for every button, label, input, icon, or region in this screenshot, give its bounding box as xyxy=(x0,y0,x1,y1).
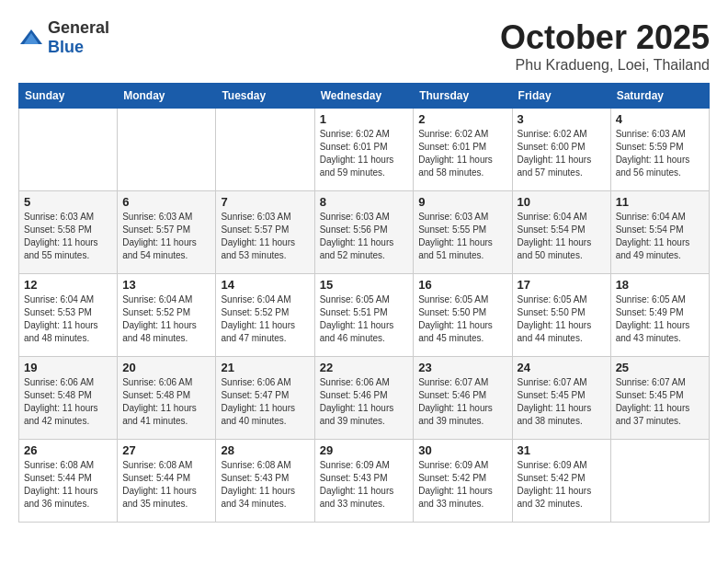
calendar-cell: 25Sunrise: 6:07 AM Sunset: 5:45 PM Dayli… xyxy=(610,357,709,440)
day-info: Sunrise: 6:08 AM Sunset: 5:43 PM Dayligh… xyxy=(221,459,309,511)
calendar-cell: 8Sunrise: 6:03 AM Sunset: 5:56 PM Daylig… xyxy=(314,191,414,274)
day-number: 9 xyxy=(418,195,506,209)
month-title: October 2025 xyxy=(500,18,710,57)
weekday-header-monday: Monday xyxy=(118,84,216,109)
day-number: 15 xyxy=(320,278,409,292)
calendar-cell xyxy=(118,109,216,191)
day-info: Sunrise: 6:08 AM Sunset: 5:44 PM Dayligh… xyxy=(24,459,112,511)
day-info: Sunrise: 6:03 AM Sunset: 5:59 PM Dayligh… xyxy=(616,128,704,179)
calendar-cell: 24Sunrise: 6:07 AM Sunset: 5:45 PM Dayli… xyxy=(512,357,610,440)
calendar-cell xyxy=(19,109,118,191)
day-number: 14 xyxy=(221,278,309,292)
day-number: 8 xyxy=(320,195,409,209)
calendar-cell: 21Sunrise: 6:06 AM Sunset: 5:47 PM Dayli… xyxy=(216,357,314,440)
day-number: 6 xyxy=(122,195,210,209)
day-info: Sunrise: 6:09 AM Sunset: 5:42 PM Dayligh… xyxy=(518,459,606,511)
day-info: Sunrise: 6:07 AM Sunset: 5:45 PM Dayligh… xyxy=(616,376,704,428)
logo: General Blue xyxy=(18,18,109,57)
day-info: Sunrise: 6:03 AM Sunset: 5:56 PM Dayligh… xyxy=(320,211,409,262)
day-number: 31 xyxy=(518,443,606,457)
day-number: 29 xyxy=(320,443,409,457)
logo-text-general: General xyxy=(48,18,109,37)
title-section: October 2025 Phu Kradueng, Loei, Thailan… xyxy=(500,18,710,74)
day-number: 21 xyxy=(221,361,309,374)
day-number: 4 xyxy=(616,112,704,126)
day-info: Sunrise: 6:06 AM Sunset: 5:48 PM Dayligh… xyxy=(122,376,210,428)
day-info: Sunrise: 6:06 AM Sunset: 5:46 PM Dayligh… xyxy=(320,376,409,428)
calendar-cell: 9Sunrise: 6:03 AM Sunset: 5:55 PM Daylig… xyxy=(414,191,512,274)
day-info: Sunrise: 6:08 AM Sunset: 5:44 PM Dayligh… xyxy=(122,459,210,511)
week-row-2: 12Sunrise: 6:04 AM Sunset: 5:53 PM Dayli… xyxy=(19,274,710,357)
calendar-cell: 18Sunrise: 6:05 AM Sunset: 5:49 PM Dayli… xyxy=(610,274,709,357)
day-number: 1 xyxy=(320,112,409,126)
calendar-cell: 27Sunrise: 6:08 AM Sunset: 5:44 PM Dayli… xyxy=(118,440,216,523)
day-info: Sunrise: 6:03 AM Sunset: 5:57 PM Dayligh… xyxy=(221,211,309,262)
calendar-cell xyxy=(610,440,709,523)
day-info: Sunrise: 6:07 AM Sunset: 5:46 PM Dayligh… xyxy=(418,376,506,428)
day-info: Sunrise: 6:06 AM Sunset: 5:48 PM Dayligh… xyxy=(24,376,112,428)
day-info: Sunrise: 6:04 AM Sunset: 5:54 PM Dayligh… xyxy=(518,211,606,262)
day-number: 30 xyxy=(418,443,506,457)
calendar-cell xyxy=(216,109,314,191)
day-number: 26 xyxy=(24,443,112,457)
day-number: 11 xyxy=(616,195,704,209)
day-number: 19 xyxy=(24,361,112,374)
day-number: 3 xyxy=(518,112,606,126)
calendar-cell: 7Sunrise: 6:03 AM Sunset: 5:57 PM Daylig… xyxy=(216,191,314,274)
location-title: Phu Kradueng, Loei, Thailand xyxy=(500,57,710,74)
day-info: Sunrise: 6:05 AM Sunset: 5:50 PM Dayligh… xyxy=(418,293,506,345)
calendar-cell: 1Sunrise: 6:02 AM Sunset: 6:01 PM Daylig… xyxy=(314,109,414,191)
calendar-cell: 14Sunrise: 6:04 AM Sunset: 5:52 PM Dayli… xyxy=(216,274,314,357)
logo-icon xyxy=(18,28,44,48)
weekday-header-friday: Friday xyxy=(512,84,610,109)
weekday-header-thursday: Thursday xyxy=(414,84,512,109)
day-info: Sunrise: 6:04 AM Sunset: 5:52 PM Dayligh… xyxy=(221,293,309,345)
day-info: Sunrise: 6:05 AM Sunset: 5:49 PM Dayligh… xyxy=(616,293,704,345)
day-number: 23 xyxy=(418,361,506,374)
day-number: 18 xyxy=(616,278,704,292)
day-number: 17 xyxy=(518,278,606,292)
day-number: 7 xyxy=(221,195,309,209)
day-info: Sunrise: 6:09 AM Sunset: 5:42 PM Dayligh… xyxy=(418,459,506,511)
day-number: 28 xyxy=(221,443,309,457)
calendar-cell: 13Sunrise: 6:04 AM Sunset: 5:52 PM Dayli… xyxy=(118,274,216,357)
calendar-cell: 12Sunrise: 6:04 AM Sunset: 5:53 PM Dayli… xyxy=(19,274,118,357)
day-info: Sunrise: 6:02 AM Sunset: 6:01 PM Dayligh… xyxy=(418,128,506,179)
day-number: 5 xyxy=(24,195,112,209)
calendar-cell: 19Sunrise: 6:06 AM Sunset: 5:48 PM Dayli… xyxy=(19,357,118,440)
day-number: 27 xyxy=(122,443,210,457)
day-info: Sunrise: 6:07 AM Sunset: 5:45 PM Dayligh… xyxy=(518,376,606,428)
day-info: Sunrise: 6:03 AM Sunset: 5:57 PM Dayligh… xyxy=(122,211,210,262)
day-info: Sunrise: 6:04 AM Sunset: 5:53 PM Dayligh… xyxy=(24,293,112,345)
calendar-table: SundayMondayTuesdayWednesdayThursdayFrid… xyxy=(18,83,710,523)
header: General Blue October 2025 Phu Kradueng, … xyxy=(18,18,710,74)
weekday-header-saturday: Saturday xyxy=(610,84,709,109)
day-number: 25 xyxy=(616,361,704,374)
calendar-cell: 30Sunrise: 6:09 AM Sunset: 5:42 PM Dayli… xyxy=(414,440,512,523)
weekday-header-wednesday: Wednesday xyxy=(314,84,414,109)
calendar-cell: 15Sunrise: 6:05 AM Sunset: 5:51 PM Dayli… xyxy=(314,274,414,357)
day-number: 12 xyxy=(24,278,112,292)
calendar-cell: 29Sunrise: 6:09 AM Sunset: 5:43 PM Dayli… xyxy=(314,440,414,523)
calendar-cell: 16Sunrise: 6:05 AM Sunset: 5:50 PM Dayli… xyxy=(414,274,512,357)
calendar-cell: 2Sunrise: 6:02 AM Sunset: 6:01 PM Daylig… xyxy=(414,109,512,191)
day-number: 22 xyxy=(320,361,409,374)
week-row-0: 1Sunrise: 6:02 AM Sunset: 6:01 PM Daylig… xyxy=(19,109,710,191)
day-number: 10 xyxy=(518,195,606,209)
day-info: Sunrise: 6:03 AM Sunset: 5:58 PM Dayligh… xyxy=(24,211,112,262)
calendar-cell: 5Sunrise: 6:03 AM Sunset: 5:58 PM Daylig… xyxy=(19,191,118,274)
calendar-cell: 10Sunrise: 6:04 AM Sunset: 5:54 PM Dayli… xyxy=(512,191,610,274)
logo-text-blue: Blue xyxy=(48,38,84,56)
calendar-cell: 22Sunrise: 6:06 AM Sunset: 5:46 PM Dayli… xyxy=(314,357,414,440)
day-info: Sunrise: 6:04 AM Sunset: 5:52 PM Dayligh… xyxy=(122,293,210,345)
calendar-cell: 6Sunrise: 6:03 AM Sunset: 5:57 PM Daylig… xyxy=(118,191,216,274)
day-number: 20 xyxy=(122,361,210,374)
calendar-cell: 28Sunrise: 6:08 AM Sunset: 5:43 PM Dayli… xyxy=(216,440,314,523)
day-number: 2 xyxy=(418,112,506,126)
day-info: Sunrise: 6:02 AM Sunset: 6:01 PM Dayligh… xyxy=(320,128,409,179)
day-info: Sunrise: 6:05 AM Sunset: 5:50 PM Dayligh… xyxy=(518,293,606,345)
day-info: Sunrise: 6:06 AM Sunset: 5:47 PM Dayligh… xyxy=(221,376,309,428)
weekday-header-row: SundayMondayTuesdayWednesdayThursdayFrid… xyxy=(19,84,710,109)
calendar-cell: 26Sunrise: 6:08 AM Sunset: 5:44 PM Dayli… xyxy=(19,440,118,523)
calendar-cell: 17Sunrise: 6:05 AM Sunset: 5:50 PM Dayli… xyxy=(512,274,610,357)
